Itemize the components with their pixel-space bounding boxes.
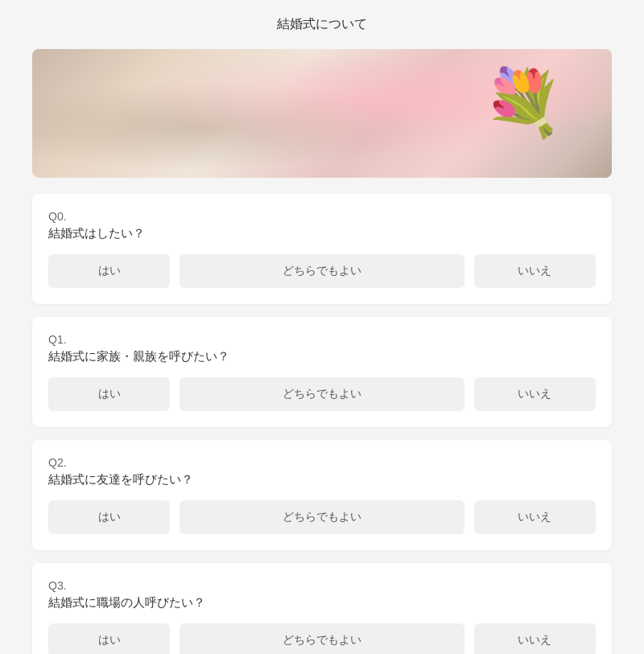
answer-btn-q2-a0[interactable]: はい	[48, 500, 170, 534]
answer-btn-q1-a1[interactable]: どちらでもよい	[180, 377, 464, 411]
answer-btn-q3-a2[interactable]: いいえ	[474, 623, 596, 654]
question-number-2: Q2.	[48, 456, 596, 469]
hero-image	[32, 49, 612, 178]
question-card-2: Q2.結婚式に友達を呼びたい？はいどちらでもよいいいえ	[32, 440, 612, 550]
question-text-0: 結婚式はしたい？	[48, 226, 596, 241]
answer-btn-q3-a0[interactable]: はい	[48, 623, 170, 654]
answer-btn-q1-a0[interactable]: はい	[48, 377, 170, 411]
answer-row-3: はいどちらでもよいいいえ	[48, 623, 596, 654]
answer-btn-q3-a1[interactable]: どちらでもよい	[180, 623, 464, 654]
answer-btn-q1-a2[interactable]: いいえ	[474, 377, 596, 411]
question-card-3: Q3.結婚式に職場の人呼びたい？はいどちらでもよいいいえ	[32, 563, 612, 654]
answer-row-0: はいどちらでもよいいいえ	[48, 254, 596, 288]
answer-row-1: はいどちらでもよいいいえ	[48, 377, 596, 411]
page-title: 結婚式について	[277, 16, 367, 33]
question-text-3: 結婚式に職場の人呼びたい？	[48, 595, 596, 611]
question-text-1: 結婚式に家族・親族を呼びたい？	[48, 349, 596, 364]
answer-btn-q0-a1[interactable]: どちらでもよい	[180, 254, 464, 288]
answer-btn-q2-a2[interactable]: いいえ	[474, 500, 596, 534]
question-number-0: Q0.	[48, 210, 596, 223]
question-text-2: 結婚式に友達を呼びたい？	[48, 472, 596, 487]
answer-row-2: はいどちらでもよいいいえ	[48, 500, 596, 534]
answer-btn-q0-a2[interactable]: いいえ	[474, 254, 596, 288]
question-number-1: Q1.	[48, 333, 596, 346]
question-card-1: Q1.結婚式に家族・親族を呼びたい？はいどちらでもよいいいえ	[32, 317, 612, 427]
question-card-0: Q0.結婚式はしたい？はいどちらでもよいいいえ	[32, 194, 612, 304]
answer-btn-q0-a0[interactable]: はい	[48, 254, 170, 288]
question-number-3: Q3.	[48, 579, 596, 592]
answer-btn-q2-a1[interactable]: どちらでもよい	[180, 500, 464, 534]
